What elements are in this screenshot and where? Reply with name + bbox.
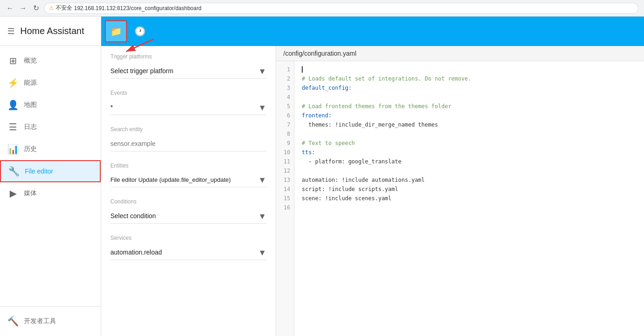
sidebar-item-map[interactable]: 👤 地图: [0, 94, 101, 116]
logbook-icon: ☰: [7, 122, 18, 133]
search-entity-input[interactable]: [110, 136, 266, 151]
search-entity-section: Search entity: [110, 126, 266, 151]
energy-icon: ⚡: [7, 77, 18, 88]
file-editor-icon: 🔧: [8, 166, 19, 177]
content-split: Trigger platforms Select trigger platfor…: [101, 46, 644, 336]
events-label: Events: [110, 90, 266, 96]
address-bar[interactable]: ⚠ 不安全 192.168.191.132:8123/core_configur…: [44, 3, 638, 14]
code-line-4: [302, 93, 637, 102]
code-line-13: automation: !include automations.yaml: [302, 175, 637, 185]
code-line-12: [302, 166, 637, 175]
history-icon: 📊: [7, 144, 18, 155]
conditions-label: Conditions: [110, 198, 266, 205]
toolbar: 📁 🕐: [101, 17, 644, 46]
sidebar-item-history[interactable]: 📊 历史: [0, 138, 101, 160]
security-label: 不安全: [56, 4, 72, 12]
entities-select-container: File editor Update (update.file_editor_u…: [110, 173, 266, 187]
folder-icon: 📁: [110, 26, 122, 37]
services-section: Services automation.reload ▼: [110, 235, 266, 260]
editor-body: 1 2 3 4 5 6 7 8 9 10 11 12 13 14: [276, 61, 644, 336]
code-line-10: tts:: [302, 148, 637, 157]
form-panel: Trigger platforms Select trigger platfor…: [101, 46, 276, 336]
code-content[interactable]: # Loads default set of integrations. Do …: [294, 61, 644, 336]
sidebar: ☰ Home Assistant ⊞ 概览 ⚡ 能源 👤 地图 ☰ 日志 📊: [0, 17, 101, 336]
trigger-platforms-label: Trigger platforms: [110, 53, 266, 60]
entities-select[interactable]: File editor Update (update.file_editor_u…: [110, 173, 266, 187]
entities-dropdown-arrow: ▼: [258, 175, 266, 185]
conditions-section: Conditions Select condition ▼: [110, 198, 266, 224]
sidebar-header: ☰ Home Assistant: [0, 17, 101, 46]
services-dropdown-arrow: ▼: [258, 248, 266, 257]
main-content: 📁 🕐 Trigger platforms: [101, 17, 644, 336]
app-container: ☰ Home Assistant ⊞ 概览 ⚡ 能源 👤 地图 ☰ 日志 📊: [0, 17, 644, 336]
trigger-platforms-select-container: Select trigger platform ▼: [110, 64, 266, 79]
browser-bar: ← → ↻ ⚠ 不安全 192.168.191.132:8123/core_co…: [0, 0, 644, 17]
sidebar-footer: 🔨 开发者工具: [0, 306, 101, 336]
services-label: Services: [110, 235, 266, 241]
overview-icon: ⊞: [7, 55, 18, 66]
map-icon: 👤: [7, 99, 18, 110]
code-line-6: frontend:: [302, 111, 637, 120]
sidebar-item-file-editor[interactable]: 🔧 File editor: [0, 160, 101, 182]
sidebar-item-media[interactable]: ▶ 媒体: [0, 182, 101, 204]
back-button[interactable]: ←: [6, 4, 15, 13]
forward-button[interactable]: →: [18, 4, 28, 13]
entities-section: Entities File editor Update (update.file…: [110, 162, 266, 187]
hamburger-icon[interactable]: ☰: [7, 26, 15, 36]
dev-tools-icon: 🔨: [7, 316, 18, 327]
media-label: 媒体: [24, 189, 37, 197]
events-dropdown-arrow: ▼: [258, 103, 266, 112]
media-icon: ▶: [7, 188, 18, 199]
security-icon: ⚠: [49, 5, 54, 11]
code-line-3: default_config:: [302, 83, 637, 93]
overview-label: 概览: [24, 57, 37, 65]
code-line-9: # Text to speech: [302, 139, 637, 148]
code-line-7: themes: !include_dir_merge_named themes: [302, 120, 637, 129]
code-line-1: [302, 65, 637, 74]
sidebar-item-energy[interactable]: ⚡ 能源: [0, 72, 101, 94]
sidebar-item-logbook[interactable]: ☰ 日志: [0, 116, 101, 138]
events-select-container: * ▼: [110, 100, 266, 115]
dev-tools-label: 开发者工具: [24, 317, 56, 325]
file-editor-label: File editor: [25, 168, 53, 175]
trigger-platforms-section: Trigger platforms Select trigger platfor…: [110, 53, 266, 79]
code-line-15: scene: !include scenes.yaml: [302, 194, 637, 203]
line-numbers: 1 2 3 4 5 6 7 8 9 10 11 12 13 14: [276, 61, 294, 336]
conditions-select-container: Select condition ▼: [110, 209, 266, 224]
events-section: Events * ▼: [110, 90, 266, 115]
search-entity-label: Search entity: [110, 126, 266, 133]
conditions-select[interactable]: Select condition: [110, 209, 266, 224]
services-select[interactable]: automation.reload: [110, 245, 266, 260]
map-label: 地图: [24, 101, 37, 109]
clock-icon: 🕐: [134, 26, 146, 37]
trigger-platforms-dropdown-arrow: ▼: [258, 66, 266, 76]
services-select-container: automation.reload ▼: [110, 245, 266, 260]
sidebar-nav: ⊞ 概览 ⚡ 能源 👤 地图 ☰ 日志 📊 历史 🔧 File editor: [0, 46, 101, 306]
code-line-11: - platform: google_translate: [302, 157, 637, 166]
code-line-8: [302, 129, 637, 139]
url-text: 192.168.191.132:8123/core_configurator/d…: [74, 5, 201, 12]
energy-label: 能源: [24, 79, 37, 87]
file-open-button[interactable]: 📁: [105, 20, 127, 42]
trigger-platforms-select[interactable]: Select trigger platform: [110, 64, 266, 79]
code-line-5: # Load frontend themes from the themes f…: [302, 102, 637, 111]
code-line-2: # Loads default set of integrations. Do …: [302, 74, 637, 83]
code-line-16: [302, 203, 637, 212]
history-button[interactable]: 🕐: [129, 20, 151, 42]
refresh-button[interactable]: ↻: [31, 4, 40, 13]
history-label: 历史: [24, 145, 37, 153]
editor-panel: /config/configuration.yaml 1 2 3 4 5 6 7…: [276, 46, 644, 336]
sidebar-item-dev-tools[interactable]: 🔨 开发者工具: [0, 310, 101, 332]
logbook-label: 日志: [24, 123, 37, 131]
code-line-14: script: !include scripts.yaml: [302, 185, 637, 194]
sidebar-item-overview[interactable]: ⊞ 概览: [0, 50, 101, 72]
entities-label: Entities: [110, 162, 266, 169]
events-select[interactable]: *: [110, 100, 266, 115]
editor-path: /config/configuration.yaml: [276, 46, 644, 61]
app-title: Home Assistant: [20, 26, 84, 36]
conditions-dropdown-arrow: ▼: [258, 211, 266, 221]
